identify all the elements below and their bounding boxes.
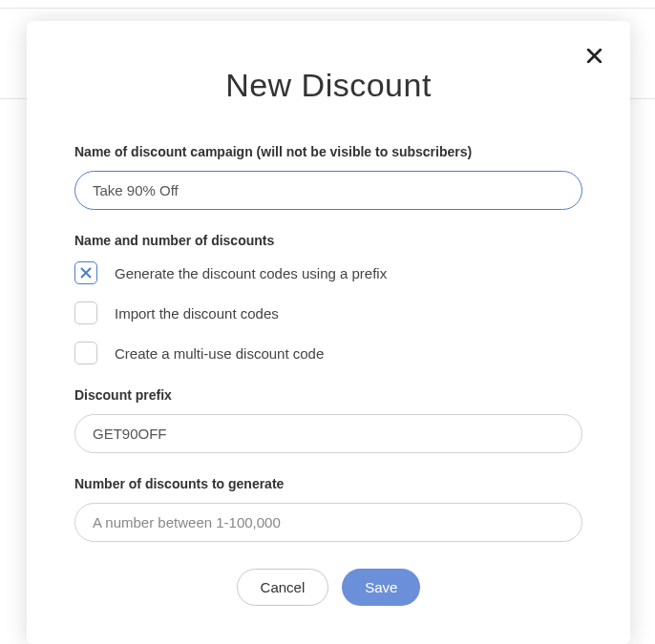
- check-icon: [80, 267, 92, 279]
- modal-actions: Cancel Save: [74, 569, 582, 606]
- prefix-input[interactable]: [74, 414, 582, 453]
- number-label: Number of discounts to generate: [74, 476, 582, 491]
- checkbox-import-codes[interactable]: [74, 301, 97, 324]
- modal-title: New Discount: [74, 67, 582, 104]
- checkbox-generate-prefix[interactable]: [74, 261, 97, 284]
- cancel-button[interactable]: Cancel: [237, 569, 329, 606]
- option-label: Generate the discount codes using a pref…: [115, 265, 387, 281]
- new-discount-modal: New Discount Name of discount campaign (…: [27, 21, 630, 644]
- option-label: Create a multi-use discount code: [115, 345, 324, 362]
- option-label: Import the discount codes: [115, 305, 279, 322]
- discount-method-options: Generate the discount codes using a pref…: [74, 261, 582, 364]
- discount-method-label: Name and number of discounts: [74, 233, 582, 248]
- checkbox-multi-use[interactable]: [74, 342, 97, 364]
- campaign-name-label: Name of discount campaign (will not be v…: [74, 144, 582, 159]
- number-section: Number of discounts to generate: [74, 476, 582, 542]
- number-input[interactable]: [74, 503, 582, 542]
- campaign-name-input[interactable]: [74, 171, 582, 210]
- save-button[interactable]: Save: [342, 569, 420, 606]
- campaign-name-section: Name of discount campaign (will not be v…: [74, 144, 582, 210]
- close-icon: [587, 49, 602, 63]
- option-generate-prefix: Generate the discount codes using a pref…: [74, 261, 582, 284]
- prefix-label: Discount prefix: [74, 387, 582, 403]
- discount-method-section: Name and number of discounts Generate th…: [74, 233, 582, 364]
- option-import-codes: Import the discount codes: [74, 301, 582, 324]
- prefix-section: Discount prefix: [74, 387, 582, 453]
- option-multi-use: Create a multi-use discount code: [74, 342, 582, 364]
- close-button[interactable]: [582, 44, 605, 67]
